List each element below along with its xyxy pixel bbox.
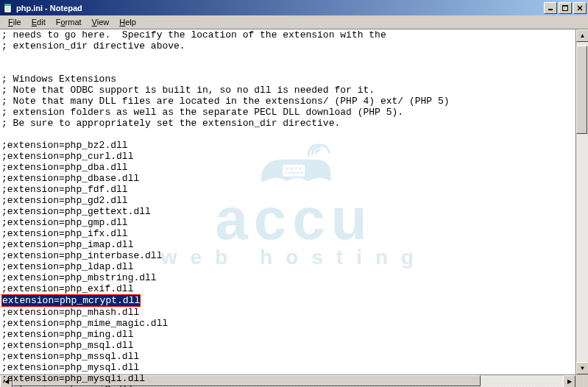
line: ;extension=php_imap.dll xyxy=(1,239,133,250)
line: ;extension=php_bz2.dll xyxy=(1,140,128,151)
line: ;extension=php_fdf.dll xyxy=(1,184,128,195)
menu-help[interactable]: Help xyxy=(114,16,141,28)
line: ;extension=php_curl.dll xyxy=(1,151,133,162)
selected-text: extension=php_mcrypt.dll xyxy=(2,295,140,306)
line: ;extension=php_mbstring.dll xyxy=(1,272,157,283)
minimize-button[interactable] xyxy=(544,2,557,14)
line: ;extension=php_dbase.dll xyxy=(1,173,139,184)
close-button[interactable] xyxy=(573,2,587,14)
menu-view[interactable]: View xyxy=(87,16,115,28)
menu-file[interactable]: File xyxy=(3,16,26,28)
line: ;extension=php_mime_magic.dll xyxy=(1,318,168,329)
line: ;extension=php_mysql.dll xyxy=(1,362,139,373)
line: ;extension=php_gmp.dll xyxy=(1,217,128,228)
menubar: File Edit Format View Help xyxy=(0,15,588,29)
line: ;extension=php_gd2.dll xyxy=(1,195,128,206)
line: ;extension=php_mssql.dll xyxy=(1,351,139,362)
line: ; Note that many DLL files are located i… xyxy=(1,96,450,107)
line: ;extension=php_interbase.dll xyxy=(1,250,162,261)
line: ; extension folders as well as the separ… xyxy=(1,107,403,118)
highlighted-line-border: extension=php_mcrypt.dll xyxy=(1,294,141,307)
line: ;extension=php_dba.dll xyxy=(1,162,128,173)
line: ; Note that ODBC support is built in, so… xyxy=(1,85,375,96)
text-content[interactable]: ; needs to go here. Specify the location… xyxy=(0,29,588,387)
line: ; needs to go here. Specify the location… xyxy=(1,29,386,40)
line: ;extension=php_ming.dll xyxy=(1,329,133,340)
line: ;extension=php_msql.dll xyxy=(1,340,133,351)
line: ;extension=php_exif.dll xyxy=(1,283,133,294)
line: ; extension_dir directive above. xyxy=(1,40,185,52)
titlebar: php.ini - Notepad xyxy=(0,0,588,15)
menu-format[interactable]: Format xyxy=(51,16,87,28)
notepad-icon xyxy=(3,3,13,13)
menu-edit[interactable]: Edit xyxy=(26,16,51,28)
line: ;extension=php_mysqli.dll xyxy=(1,373,145,384)
line: ; Be sure to appropriately set the exten… xyxy=(1,118,340,129)
svg-rect-1 xyxy=(4,4,11,6)
window-controls xyxy=(544,2,587,14)
window-title: php.ini - Notepad xyxy=(16,4,82,13)
text-editor-area[interactable]: accu web hosting ; needs to go here. Spe… xyxy=(0,29,588,387)
line: ;extension=php_gettext.dll xyxy=(1,206,151,217)
line: ;extension=php_ldap.dll xyxy=(1,261,133,272)
line: ;extension=php_oci8.dll xyxy=(1,384,133,387)
line: ;extension=php_mhash.dll xyxy=(1,307,139,318)
line: ;extension=php_ifx.dll xyxy=(1,228,128,239)
maximize-button[interactable] xyxy=(559,2,572,14)
line: ; Windows Extensions xyxy=(1,74,116,85)
